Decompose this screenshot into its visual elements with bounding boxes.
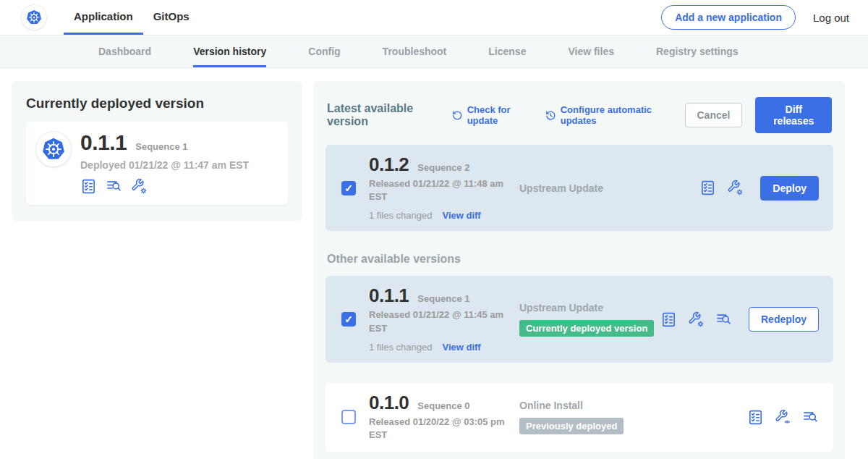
deployed-version-actions xyxy=(80,178,249,195)
version-checkbox[interactable] xyxy=(341,410,356,424)
preflight-checklist-icon[interactable] xyxy=(747,409,764,426)
latest-version-title: Latest available version xyxy=(327,102,439,128)
configure-updates-link[interactable]: Configure automatic updates xyxy=(545,104,671,126)
version-source: Upstream Update Currently deployed versi… xyxy=(519,302,660,337)
tab-config[interactable]: Config xyxy=(308,35,340,67)
kubernetes-logo xyxy=(22,5,46,30)
version-row-0-1-2: 0.1.2 Sequence 2 Released 01/21/22 @ 11:… xyxy=(326,145,833,231)
currently-deployed-badge: Currently deployed version xyxy=(519,320,654,337)
topnav-tab-gitops[interactable]: GitOps xyxy=(143,0,200,35)
version-info: 0.1.1 Sequence 1 Released 01/21/22 @ 11:… xyxy=(369,286,519,352)
released-timestamp: Released 01/20/22 @ 03:05 pm EST xyxy=(369,416,505,442)
version-checkbox[interactable] xyxy=(341,181,356,195)
tab-label: Registry settings xyxy=(656,46,739,57)
deployed-sequence-label: Sequence 1 xyxy=(135,141,187,152)
diff-releases-button[interactable]: Diff releases xyxy=(755,97,832,133)
view-config-icon[interactable] xyxy=(775,409,791,426)
tab-version-history[interactable]: Version history xyxy=(193,35,266,67)
preflight-checklist-icon[interactable] xyxy=(699,180,716,196)
deployed-version-number: 0.1.1 xyxy=(80,132,127,153)
files-changed-label: 1 files changed xyxy=(369,342,432,353)
tab-label: Config xyxy=(308,46,340,57)
cancel-button[interactable]: Cancel xyxy=(685,103,743,127)
edit-config-icon[interactable] xyxy=(131,178,148,195)
previously-deployed-badge: Previously deployed xyxy=(519,418,624,434)
tab-license[interactable]: License xyxy=(488,35,526,67)
row-actions: Deploy xyxy=(699,176,819,201)
source-label: Online Install xyxy=(519,400,583,411)
latest-version-header: Latest available version Check for updat… xyxy=(327,97,832,133)
version-info: 0.1.0 Sequence 0 Released 01/20/22 @ 03:… xyxy=(369,393,519,442)
tab-registry-settings[interactable]: Registry settings xyxy=(656,35,739,67)
deployed-version-details: 0.1.1 Sequence 1 Deployed 01/21/22 @ 11:… xyxy=(80,132,249,195)
configure-updates-label: Configure automatic updates xyxy=(561,104,672,126)
tab-label: Version history xyxy=(193,46,266,57)
version-number: 0.1.1 xyxy=(369,286,409,305)
redeploy-button[interactable]: Redeploy xyxy=(749,307,819,332)
check-for-update-label: Check for update xyxy=(467,104,533,126)
currently-deployed-card: Currently deployed version 0.1.1 Sequenc… xyxy=(12,81,302,221)
history-clock-icon xyxy=(545,109,556,122)
version-checkbox[interactable] xyxy=(341,312,356,327)
edit-config-icon[interactable] xyxy=(688,311,705,328)
deploy-button[interactable]: Deploy xyxy=(760,176,819,201)
tab-view-files[interactable]: View files xyxy=(568,35,614,67)
sequence-label: Sequence 2 xyxy=(417,162,469,173)
tab-label: License xyxy=(488,46,526,57)
version-number: 0.1.2 xyxy=(369,155,409,174)
view-diff-link[interactable]: View diff xyxy=(442,210,480,221)
check-for-update-link[interactable]: Check for update xyxy=(452,104,532,126)
tab-label: View files xyxy=(568,46,614,57)
tab-label: Dashboard xyxy=(98,46,151,57)
tab-label: Troubleshoot xyxy=(383,46,447,57)
edit-config-icon[interactable] xyxy=(727,180,744,196)
released-timestamp: Released 01/21/22 @ 11:45 am EST xyxy=(369,308,505,334)
topnav-tab-application[interactable]: Application xyxy=(64,0,143,35)
top-nav: Application GitOps Add a new application… xyxy=(0,0,868,35)
main-content: Currently deployed version 0.1.1 Sequenc… xyxy=(0,68,868,459)
sequence-label: Sequence 0 xyxy=(417,400,469,411)
add-application-button[interactable]: Add a new application xyxy=(661,5,796,30)
app-sub-nav: Dashboard Version history Config Trouble… xyxy=(0,35,868,68)
release-notes-icon[interactable] xyxy=(106,178,122,195)
deployed-version-card: 0.1.1 Sequence 1 Deployed 01/21/22 @ 11:… xyxy=(26,122,288,205)
source-label: Upstream Update xyxy=(519,302,603,313)
logout-link[interactable]: Log out xyxy=(813,12,849,24)
refresh-icon xyxy=(452,109,463,122)
release-notes-icon[interactable] xyxy=(715,311,732,328)
source-label: Upstream Update xyxy=(519,182,603,194)
currently-deployed-title: Currently deployed version xyxy=(26,96,288,111)
files-changed-label: 1 files changed xyxy=(369,210,432,221)
preflight-checklist-icon[interactable] xyxy=(660,311,677,328)
topnav-tab-label: Application xyxy=(74,10,133,22)
other-versions-title: Other available versions xyxy=(327,253,832,266)
tab-dashboard[interactable]: Dashboard xyxy=(98,35,151,67)
version-info: 0.1.2 Sequence 2 Released 01/21/22 @ 11:… xyxy=(369,155,519,221)
topnav-tab-label: GitOps xyxy=(153,10,190,22)
deployed-timestamp: Deployed 01/21/22 @ 11:47 am EST xyxy=(80,159,249,171)
released-timestamp: Released 01/21/22 @ 11:48 am EST xyxy=(369,177,505,203)
sequence-label: Sequence 1 xyxy=(417,293,469,304)
release-notes-icon[interactable] xyxy=(802,409,819,426)
row-actions xyxy=(747,409,819,426)
preflight-checklist-icon[interactable] xyxy=(80,178,97,195)
row-actions: Redeploy xyxy=(660,307,819,332)
version-row-0-1-1: 0.1.1 Sequence 1 Released 01/21/22 @ 11:… xyxy=(326,276,833,362)
version-row-0-1-0: 0.1.0 Sequence 0 Released 01/20/22 @ 03:… xyxy=(326,383,833,452)
kubernetes-app-icon xyxy=(36,132,71,167)
version-number: 0.1.0 xyxy=(369,393,409,412)
version-source: Upstream Update xyxy=(519,182,699,194)
version-source: Online Install Previously deployed xyxy=(519,400,747,434)
view-diff-link[interactable]: View diff xyxy=(442,342,480,353)
tab-troubleshoot[interactable]: Troubleshoot xyxy=(383,35,447,67)
version-history-panel: Latest available version Check for updat… xyxy=(314,81,845,459)
topnav-right: Add a new application Log out xyxy=(661,5,868,30)
